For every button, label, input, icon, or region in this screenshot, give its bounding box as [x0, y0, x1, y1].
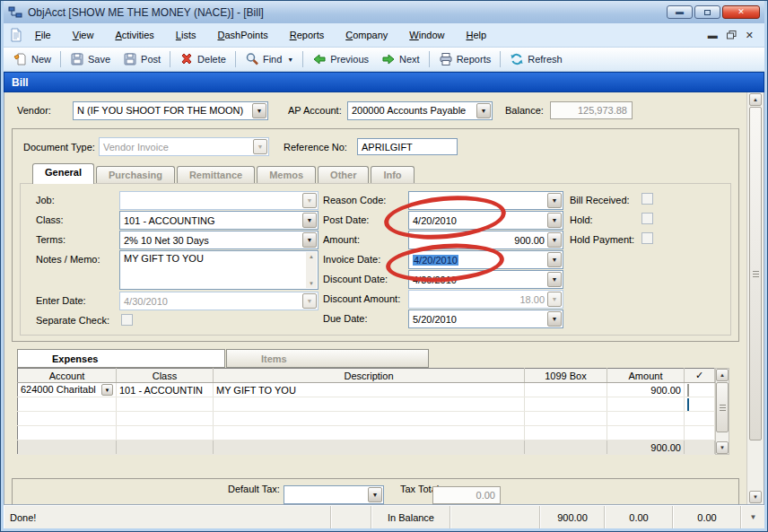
- menu-file[interactable]: File: [25, 27, 61, 43]
- save-button[interactable]: Save: [64, 49, 117, 69]
- toolbar-separator: [170, 51, 170, 67]
- notes-memo-textarea[interactable]: MY GIFT TO YOU ▲▼: [119, 250, 319, 290]
- grid-scrollbar[interactable]: ▲ ▼: [715, 368, 729, 455]
- check-cell[interactable]: [685, 383, 715, 397]
- scroll-up-icon[interactable]: ▲: [309, 254, 314, 259]
- separate-check-checkbox[interactable]: [121, 314, 133, 326]
- dropdown-button[interactable]: ▼: [547, 193, 562, 208]
- menu-help[interactable]: Help: [456, 27, 496, 43]
- form-scrollbar[interactable]: ▲ ▼: [746, 92, 764, 504]
- find-dropdown-caret-icon[interactable]: ▼: [287, 57, 293, 63]
- mdi-close-icon[interactable]: ✕: [746, 31, 754, 40]
- tab-expenses[interactable]: Expenses: [17, 349, 225, 368]
- app-icon[interactable]: [8, 5, 22, 20]
- scroll-down-icon[interactable]: ▼: [749, 491, 762, 503]
- menu-reports[interactable]: Reports: [280, 27, 335, 43]
- amount-field[interactable]: 900.00 ▼: [408, 231, 563, 249]
- scrollbar-thumb[interactable]: [716, 382, 729, 432]
- toolbar-separator: [429, 51, 430, 67]
- default-tax-label: Default Tax:: [228, 484, 278, 494]
- tab-remittance[interactable]: Remittance: [177, 166, 255, 184]
- selected-row-checkbox[interactable]: [687, 398, 689, 411]
- hold-payment-checkbox[interactable]: [641, 232, 653, 244]
- dropdown-button[interactable]: ▼: [547, 311, 562, 327]
- dropdown-button[interactable]: ▼: [547, 232, 562, 248]
- scroll-up-icon[interactable]: ▲: [749, 93, 762, 106]
- grid-row-1: ▼624000 Charitabl 101 - ACCOUNTIN MY GIF…: [18, 383, 715, 397]
- textarea-scrollbar[interactable]: ▲▼: [306, 252, 317, 288]
- class-combo[interactable]: 101 - ACCOUNTING ▼: [119, 211, 319, 230]
- reason-code-combo[interactable]: ▼: [408, 191, 563, 210]
- refresh-button[interactable]: Refresh: [503, 49, 569, 69]
- check-cell[interactable]: [685, 397, 715, 412]
- scroll-down-icon[interactable]: ▼: [309, 281, 314, 286]
- reference-no-input[interactable]: APRILGIFT: [357, 138, 458, 155]
- due-date-combo[interactable]: 5/20/2010 ▼: [408, 310, 563, 328]
- status-dropdown-icon[interactable]: ▼: [741, 506, 764, 528]
- dropdown-button[interactable]: ▼: [368, 487, 382, 502]
- invoice-date-combo[interactable]: 4/20/2010 ▼: [408, 250, 563, 269]
- toolbar: New Save Post Delete: [4, 48, 764, 72]
- mdi-minimize-icon[interactable]: ▬: [708, 31, 718, 40]
- tab-other[interactable]: Other: [318, 166, 369, 184]
- ap-account-combo[interactable]: 200000 Accounts Payable ▼: [347, 101, 493, 120]
- bill-received-checkbox[interactable]: [641, 193, 653, 205]
- close-button[interactable]: ✕: [722, 5, 760, 19]
- next-button[interactable]: Next: [375, 49, 426, 69]
- menu-dashpoints[interactable]: DashPoints: [207, 27, 277, 43]
- col-class: Class: [117, 369, 214, 383]
- default-tax-combo[interactable]: ▼: [284, 485, 384, 504]
- menu-view[interactable]: View: [63, 27, 104, 43]
- post-date-combo[interactable]: 4/20/2010 ▼: [408, 211, 563, 230]
- discount-date-combo[interactable]: 4/30/2010 ▼: [408, 270, 563, 289]
- tab-info[interactable]: Info: [371, 166, 414, 184]
- previous-button[interactable]: Previous: [306, 49, 375, 69]
- new-button[interactable]: New: [7, 49, 57, 69]
- find-button[interactable]: Find ▼: [239, 49, 300, 69]
- menu-bar: File View Activities Lists DashPoints Re…: [4, 23, 764, 48]
- dropdown-button[interactable]: ▼: [302, 232, 317, 248]
- dropdown-button[interactable]: ▼: [547, 252, 562, 267]
- tab-purchasing[interactable]: Purchasing: [96, 166, 175, 184]
- box-1099-cell[interactable]: [525, 383, 607, 397]
- mdi-restore-icon[interactable]: [727, 31, 737, 39]
- new-page-icon: [13, 52, 28, 66]
- description-cell[interactable]: MY GIFT TO YOU: [214, 383, 525, 397]
- menu-activities[interactable]: Activities: [105, 27, 163, 43]
- window-title: ObjAcct [SHOW ME THE MONEY (NACE)] - [Bi…: [28, 6, 264, 19]
- scroll-down-icon[interactable]: ▼: [716, 441, 729, 454]
- vendor-label: Vendor:: [17, 105, 73, 116]
- scrollbar-thumb[interactable]: [749, 107, 762, 440]
- class-cell[interactable]: 101 - ACCOUNTIN: [117, 383, 214, 397]
- restore-button[interactable]: [694, 5, 720, 19]
- dropdown-button[interactable]: ▼: [302, 213, 317, 228]
- post-button[interactable]: Post: [117, 49, 167, 69]
- status-panel-empty: [331, 506, 371, 528]
- tab-general[interactable]: General: [32, 163, 94, 184]
- dropdown-button: ▼: [302, 193, 317, 208]
- menu-window[interactable]: Window: [399, 27, 454, 43]
- dropdown-button[interactable]: ▼: [476, 103, 491, 118]
- dropdown-button[interactable]: ▼: [547, 213, 562, 228]
- minimize-button[interactable]: ▬: [667, 5, 693, 19]
- col-amount: Amount: [607, 369, 685, 383]
- amount-cell[interactable]: 900.00: [607, 383, 685, 397]
- dropdown-button[interactable]: ▼: [252, 103, 266, 118]
- reports-button[interactable]: Reports: [432, 49, 498, 69]
- tab-items[interactable]: Items: [226, 349, 429, 368]
- dropdown-button[interactable]: ▼: [547, 272, 562, 287]
- status-panel-empty: [450, 506, 540, 528]
- menu-lists[interactable]: Lists: [166, 27, 206, 43]
- delete-button[interactable]: Delete: [173, 49, 232, 69]
- document-menu-icon[interactable]: [9, 28, 23, 42]
- scroll-up-icon[interactable]: ▲: [716, 369, 729, 381]
- hold-checkbox[interactable]: [641, 213, 653, 224]
- row-checkbox[interactable]: [687, 384, 689, 397]
- menu-company[interactable]: Company: [336, 27, 397, 43]
- dropdown-button[interactable]: ▼: [101, 384, 113, 396]
- account-cell[interactable]: ▼624000 Charitabl: [18, 383, 117, 397]
- tab-memos[interactable]: Memos: [257, 166, 316, 184]
- terms-combo[interactable]: 2% 10 Net 30 Days ▼: [119, 231, 319, 249]
- balance-field: 125,973.88: [550, 101, 633, 119]
- vendor-combo[interactable]: N (IF YOU SHOOT FOR THE MOON) ▼: [73, 101, 268, 120]
